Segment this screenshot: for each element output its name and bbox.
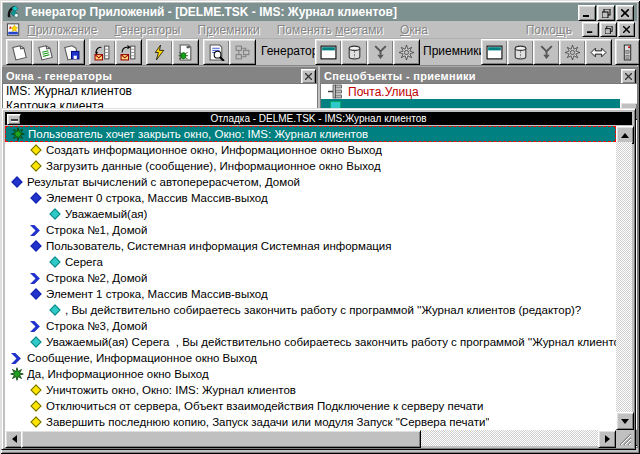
debug-vertical-scrollbar[interactable] xyxy=(616,126,632,430)
receivers-panel-close-button[interactable] xyxy=(621,69,636,84)
tree-row[interactable]: Пользователь, Системная информация Систе… xyxy=(5,238,616,254)
window-generator-button[interactable] xyxy=(315,39,342,65)
tree-row[interactable]: Результат вычислений с автоперерасчетом,… xyxy=(5,174,616,190)
event-star-icon xyxy=(11,127,25,141)
tree-row-icon-cell xyxy=(28,162,43,170)
generator-item[interactable]: IMS: Журнал клиентов xyxy=(3,84,317,99)
tree-row-label: Создать информационное окно, Информацион… xyxy=(46,144,382,156)
tree-row[interactable]: Уважаемый(ая) Серега , Вы действительно … xyxy=(5,334,616,350)
resize-grip[interactable] xyxy=(616,430,632,446)
minimize-button[interactable] xyxy=(578,5,596,21)
mdi-minimize-button[interactable] xyxy=(582,22,599,37)
tree-row[interactable]: , Вы действительно собираетесь закончить… xyxy=(5,302,616,318)
tree-row[interactable]: Отключиться от сервера, Объект взаимодей… xyxy=(5,398,616,414)
tree-row-icon-cell xyxy=(28,338,43,346)
mdi-restore-icon xyxy=(605,26,613,34)
debug-system-menu-button[interactable] xyxy=(7,114,21,125)
db-generator-button[interactable] xyxy=(341,39,368,65)
debug-bug-icon xyxy=(177,44,194,61)
receiver-item[interactable]: Почта.Улица xyxy=(321,84,637,99)
scroll-right-button[interactable] xyxy=(598,430,616,448)
menu-item-generators[interactable]: Генераторы xyxy=(114,23,180,37)
tree-row[interactable]: Загрузить данные (сообщение), Информацио… xyxy=(5,158,616,174)
debug-horizontal-scrollbar[interactable] xyxy=(5,430,616,446)
special-generator-button[interactable] xyxy=(393,39,420,65)
tree-row[interactable]: Уважаемый(ая) xyxy=(5,206,616,222)
action-diamond-icon xyxy=(30,144,41,155)
device-button[interactable] xyxy=(615,39,640,65)
tree-row[interactable]: Завершить последнюю копию, Запуск задачи… xyxy=(5,414,616,430)
special-receiver-button[interactable] xyxy=(559,39,586,65)
db-receiver-button[interactable] xyxy=(507,39,534,65)
title-bar[interactable]: Генератор Приложений - [DELME.TSK - IMS:… xyxy=(3,3,637,21)
tree-row[interactable]: Элемент 1 строка, Массив Массив-выход xyxy=(5,286,616,302)
preview-button[interactable] xyxy=(203,39,230,65)
action-diamond-icon xyxy=(30,192,41,203)
generators-panel-close-button[interactable] xyxy=(301,69,316,84)
scroll-thumb[interactable] xyxy=(21,430,421,448)
close-button[interactable] xyxy=(616,5,634,21)
mail-column-in-button[interactable] xyxy=(89,39,116,65)
window-title: Генератор Приложений - [DELME.TSK - IMS:… xyxy=(25,5,397,19)
tree-row[interactable]: Создать информационное окно, Информацион… xyxy=(5,142,616,158)
menu-item-swap[interactable]: Поменять местами xyxy=(277,23,383,37)
menu-item-help[interactable]: Помощь xyxy=(526,23,572,37)
merge-generator-button[interactable] xyxy=(367,39,394,65)
tree-row[interactable]: Строка №3, Домой xyxy=(5,318,616,334)
toolbar: Генераторы: Приемники: xyxy=(3,38,637,66)
scroll-track[interactable] xyxy=(616,142,632,414)
tree-row-icon-cell xyxy=(9,367,24,381)
tree-row[interactable]: Элемент 0 строка, Массив Массив-выход xyxy=(5,190,616,206)
tree-row-label: Результат вычислений с автоперерасчетом,… xyxy=(27,176,300,188)
structure-button[interactable] xyxy=(229,39,256,65)
restore-icon xyxy=(602,9,611,18)
generators-panel-header: Окна - генераторы xyxy=(2,66,318,84)
tree-row-icon-cell xyxy=(9,178,24,186)
tree-row-icon-cell xyxy=(9,353,24,364)
tree-row-icon-cell xyxy=(10,127,25,141)
special-generator-icon xyxy=(398,44,415,61)
swap-button[interactable] xyxy=(585,39,612,65)
generators-panel-title: Окна - генераторы xyxy=(6,70,112,82)
tree-row-icon-cell xyxy=(28,273,43,284)
tree-row-label: Элемент 0 строка, Массив Массив-выход xyxy=(46,192,268,204)
mdi-restore-button[interactable] xyxy=(600,22,617,37)
tree-row[interactable]: Уничтожить окно, Окно: IMS: Журнал клиен… xyxy=(5,382,616,398)
new-app-icon xyxy=(11,44,28,61)
debug-bug-button[interactable] xyxy=(172,39,199,65)
restore-button[interactable] xyxy=(597,5,615,21)
tree-row[interactable]: Да, Информационное окно Выход xyxy=(5,366,616,382)
app-icon xyxy=(6,5,21,20)
minimize-icon xyxy=(583,9,591,17)
tree-row[interactable]: Пользователь хочет закрыть окно, Окно: I… xyxy=(5,126,616,142)
tree-row-icon-cell xyxy=(28,225,43,236)
tree-row-icon-cell xyxy=(47,210,62,218)
menu-item-application[interactable]: Приложение xyxy=(27,23,97,37)
db-generator-icon xyxy=(346,44,363,61)
run-icon xyxy=(151,44,168,61)
tree-row[interactable]: Строка №1, Домой xyxy=(5,222,616,238)
menu-item-receivers[interactable]: Приемники xyxy=(198,23,260,37)
mdi-close-button[interactable] xyxy=(618,22,635,37)
window-receiver-button[interactable] xyxy=(481,39,508,65)
merge-receiver-button[interactable] xyxy=(533,39,560,65)
save-app-button[interactable] xyxy=(58,39,85,65)
menu-bar: Приложение Генераторы Приемники Поменять… xyxy=(3,21,637,39)
tree-row-label: Отключиться от сервера, Объект взаимодей… xyxy=(46,400,484,412)
mail-column-out-button[interactable] xyxy=(115,39,142,65)
tree-row[interactable]: Строка №2, Домой xyxy=(5,270,616,286)
tree-row[interactable]: Сообщение, Информационное окно Выход xyxy=(5,350,616,366)
tree-row-icon-cell xyxy=(28,194,43,202)
tree-row-label: Уничтожить окно, Окно: IMS: Журнал клиен… xyxy=(46,384,296,396)
open-app-button[interactable] xyxy=(32,39,59,65)
special-receiver-icon xyxy=(564,44,581,61)
scroll-down-button[interactable] xyxy=(616,412,634,430)
run-button[interactable] xyxy=(146,39,173,65)
tree-row[interactable]: Серега xyxy=(5,254,616,270)
new-app-button[interactable] xyxy=(6,39,33,65)
action-diamond-icon xyxy=(30,384,41,395)
debug-title-bar[interactable]: Отладка - DELME.TSK - IMS:Журнал клиенто… xyxy=(5,112,632,125)
receiver-item-label: Почта.Улица xyxy=(348,85,419,99)
menu-item-windows[interactable]: Окна xyxy=(400,23,428,37)
receivers-panel-title: Спецобъекты - приемники xyxy=(324,70,476,82)
